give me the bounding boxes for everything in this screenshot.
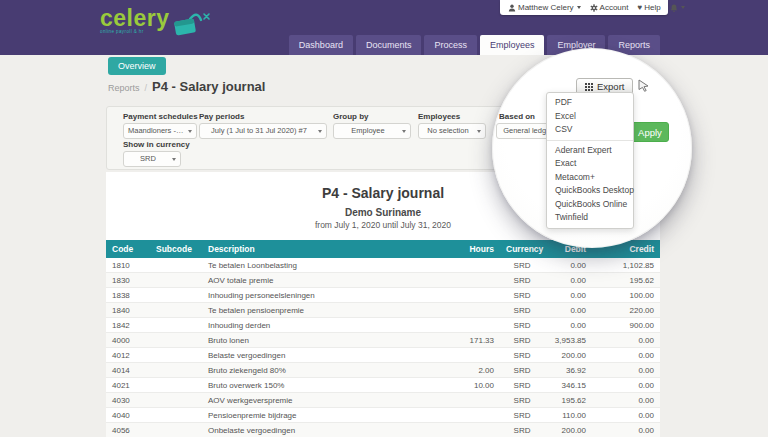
table-cell	[150, 378, 202, 393]
table-cell	[150, 363, 202, 378]
overview-button[interactable]: Overview	[108, 57, 166, 75]
table-cell: SRD	[500, 348, 544, 363]
export-menu-item-quickbooks-desktop[interactable]: QuickBooks Desktop	[547, 184, 633, 198]
caret-down-icon	[188, 130, 192, 133]
export-menu-item-metacom-[interactable]: Metacom+	[547, 171, 633, 185]
export-menu-item-csv[interactable]: CSV	[547, 123, 633, 137]
user-menu[interactable]: Matthew Celery	[508, 3, 581, 12]
table-cell: 195.62	[592, 273, 660, 288]
table-cell: 110.00	[544, 408, 592, 423]
table-cell: 195.62	[544, 393, 592, 408]
export-menu-item-excel[interactable]: Excel	[547, 110, 633, 124]
show-in-currency-label: Show in currency	[123, 140, 190, 149]
bell-icon	[670, 4, 678, 12]
pay-periods-label: Pay periods	[199, 112, 244, 121]
notifications-menu[interactable]	[670, 4, 685, 12]
app-header: celery online payroll & hr Matthew Celer…	[0, 0, 768, 55]
table-cell: SRD	[500, 423, 544, 437]
table-cell: 1840	[106, 303, 150, 318]
table-cell: SRD	[500, 378, 544, 393]
table-row: 1838Inhouding personeelsleningenSRD0.001…	[106, 288, 660, 303]
gear-icon	[590, 4, 598, 12]
table-cell: 200.00	[544, 423, 592, 437]
table-cell: 0.00	[592, 423, 660, 437]
account-label: Account	[600, 3, 629, 12]
table-cell: 0.00	[544, 273, 592, 288]
group-by-select[interactable]: Employee	[333, 123, 411, 139]
table-row: 4012Belaste vergoedingenSRD200.000.00	[106, 348, 660, 363]
export-menu-item-aderant-expert[interactable]: Aderant Expert	[547, 144, 633, 158]
payment-schedules-label: Payment schedules	[123, 112, 198, 121]
celery-logo[interactable]: celery online payroll & hr	[100, 5, 170, 45]
account-link[interactable]: Account	[590, 3, 629, 12]
account-bar: Matthew Celery Account ♥ Help	[500, 0, 668, 15]
payment-schedules-select[interactable]: Maandloners - St...	[123, 123, 197, 139]
table-cell	[430, 408, 500, 423]
tab-dashboard[interactable]: Dashboard	[289, 35, 353, 55]
export-menu-item-exact[interactable]: Exact	[547, 157, 633, 171]
table-cell	[150, 423, 202, 437]
table-cell: 0.00	[592, 378, 660, 393]
table-row: 1840Te betalen pensioenpremieSRD0.00220.…	[106, 303, 660, 318]
table-cell: 4014	[106, 363, 150, 378]
table-cell	[430, 423, 500, 437]
employees-select[interactable]: No selection	[418, 123, 486, 139]
table-row: 4000Bruto lonen171.33SRD3,953.850.00	[106, 333, 660, 348]
column-header-hours: Hours	[430, 240, 500, 258]
column-header-code: Code	[106, 240, 150, 258]
pay-periods-select[interactable]: July (1 Jul to 31 Jul 2020) #7	[199, 123, 327, 139]
table-cell: Pensioenpremie bijdrage	[202, 408, 430, 423]
table-cell: Bruto overwerk 150%	[202, 378, 430, 393]
breadcrumb-separator: /	[145, 83, 148, 94]
table-cell: SRD	[500, 273, 544, 288]
table-cell: Inhouding derden	[202, 318, 430, 333]
table-cell: AOV totale premie	[202, 273, 430, 288]
breadcrumb-reports-link[interactable]: Reports	[108, 83, 140, 94]
table-cell: 900.00	[592, 318, 660, 333]
table-row: 4014Bruto ziekengeld 80%2.00SRD36.920.00	[106, 363, 660, 378]
table-cell: 3,953.85	[544, 333, 592, 348]
table-cell	[430, 393, 500, 408]
table-cell: 200.00	[544, 348, 592, 363]
salary-journal-table: CodeSubcodeDescriptionHoursCurrencyDebit…	[106, 240, 660, 437]
chevron-down-icon	[681, 6, 685, 9]
table-row: 1810Te betalen LoonbelastingSRD0.001,102…	[106, 258, 660, 273]
employees-label: Employees	[418, 112, 460, 121]
table-cell: Bruto lonen	[202, 333, 430, 348]
tab-documents[interactable]: Documents	[356, 35, 422, 55]
table-row: 1842Inhouding derdenSRD0.00900.00	[106, 318, 660, 333]
tab-employees[interactable]: Employees	[480, 35, 545, 55]
export-menu-item-pdf[interactable]: PDF	[547, 96, 633, 110]
export-menu-item-twinfield[interactable]: Twinfield	[547, 211, 633, 225]
table-cell: Bruto ziekengeld 80%	[202, 363, 430, 378]
table-cell: SRD	[500, 303, 544, 318]
table-cell: SRD	[500, 318, 544, 333]
table-cell	[430, 303, 500, 318]
apply-button[interactable]: Apply	[631, 122, 669, 142]
table-cell	[150, 318, 202, 333]
help-link[interactable]: ♥ Help	[637, 3, 660, 12]
currency-select[interactable]: SRD	[123, 151, 181, 167]
table-cell	[430, 273, 500, 288]
table-cell: 0.00	[592, 363, 660, 378]
table-cell	[430, 348, 500, 363]
tab-process[interactable]: Process	[424, 35, 477, 55]
table-cell: 1838	[106, 288, 150, 303]
column-header-currency: Currency	[500, 240, 544, 258]
cursor-icon	[637, 78, 651, 92]
table-cell: 4040	[106, 408, 150, 423]
caret-down-icon	[402, 130, 406, 133]
caret-down-icon	[477, 130, 481, 133]
table-cell	[430, 288, 500, 303]
table-cell: 4000	[106, 333, 150, 348]
page-title: P4 - Salary journal	[152, 79, 265, 94]
table-cell	[150, 408, 202, 423]
user-name: Matthew Celery	[518, 3, 574, 12]
export-dropdown-menu: PDFExcelCSVAderant ExpertExactMetacom+Qu…	[546, 92, 634, 229]
logo-text: celery	[100, 5, 170, 31]
table-cell: 0.00	[592, 333, 660, 348]
export-menu-item-quickbooks-online[interactable]: QuickBooks Online	[547, 198, 633, 212]
table-cell: 36.92	[544, 363, 592, 378]
column-header-subcode: Subcode	[150, 240, 202, 258]
table-cell	[150, 333, 202, 348]
